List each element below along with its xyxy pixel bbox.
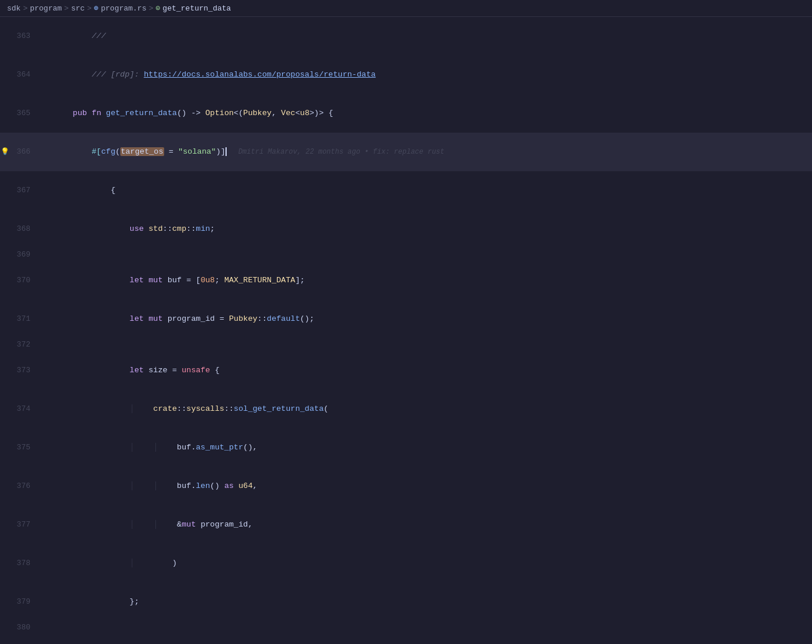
line-content-379: }; (40, 583, 812, 621)
kw-mut-370: mut (148, 276, 162, 285)
text-373-3: { (210, 366, 220, 375)
breadcrumb-sep-3: > (87, 4, 92, 13)
string-solana-366: "solana" (178, 147, 216, 156)
func-sol-374: sol_get_return_data (234, 404, 324, 413)
kw-unsafe-373: unsafe (182, 366, 210, 375)
code-line-370: 370 let mut buf = [0u8; MAX_RETURN_DATA]… (0, 261, 812, 300)
highlight-target-os-366: target_os (120, 147, 164, 156)
kw-mut-377: mut (182, 520, 196, 529)
breadcrumb-sdk[interactable]: sdk (7, 4, 20, 13)
line-content-378: │ ) (40, 544, 812, 583)
text-371-5: (); (300, 314, 314, 323)
code-line-377: 377 │ │ &mut program_id, (0, 505, 812, 544)
code-line-381: 381 if size == 0 { (0, 634, 812, 641)
kw-let-370: let (130, 276, 144, 285)
breadcrumb-program[interactable]: program (30, 4, 62, 13)
func-as-mut-ptr-375: as_mut_ptr (196, 443, 243, 452)
const-max-370: MAX_RETURN_DATA (224, 276, 296, 285)
text-365-7: >)> { (310, 109, 334, 117)
text-368-5: ; (210, 224, 215, 233)
text-370-1 (73, 276, 130, 285)
code-editor[interactable]: 363 /// 364 /// [rdp]: https://docs.sola… (0, 17, 812, 641)
line-content-372 (40, 338, 812, 351)
func-min-368: min (196, 224, 210, 233)
text-365-3: () -> (177, 109, 206, 117)
code-line-369: 369 (0, 248, 812, 261)
text-376-3: buf. (158, 482, 196, 490)
line-content-374: │ crate::syscalls::sol_get_return_data( (40, 390, 812, 428)
kw-use-368: use (130, 224, 144, 233)
text-377-1 (73, 520, 130, 529)
text-365-4: <( (234, 109, 243, 117)
text-370-5: ]; (295, 276, 304, 285)
code-line-379: 379 }; (0, 583, 812, 621)
breadcrumb-func[interactable]: get_return_data (162, 4, 231, 13)
line-number-375: 375 (9, 441, 40, 454)
text-366-3: )] (216, 147, 225, 156)
text-366-2: = (164, 147, 178, 156)
text-370-4: ; (215, 276, 224, 285)
text-374-4: :: (224, 404, 234, 413)
type-u8-365: u8 (300, 109, 310, 117)
line-number-376: 376 (9, 480, 40, 493)
kw-fn-365: fn (92, 109, 101, 117)
breadcrumb-file[interactable]: program.rs (101, 4, 147, 13)
line-number-366: 366 (9, 146, 40, 158)
code-line-371: 371 let mut program_id = Pubkey::default… (0, 300, 812, 338)
line-content-375: │ │ buf.as_mut_ptr(), (40, 428, 812, 467)
link-364[interactable]: https://docs.solanalabs.com/proposals/re… (144, 70, 376, 79)
bulb-icon-366[interactable]: 💡 (1, 146, 9, 158)
text-368-4: :: (186, 224, 196, 233)
vbar-376: │ (130, 482, 134, 490)
type-option-365: Option (205, 109, 234, 117)
breadcrumb-sep-1: > (23, 4, 27, 13)
type-pubkey-371: Pubkey (229, 314, 258, 323)
text-374-3: :: (177, 404, 186, 413)
line-number-368: 368 (9, 223, 40, 236)
vbar-375: │ (130, 443, 134, 452)
line-content-380 (40, 621, 812, 634)
line-content-369 (40, 248, 812, 261)
text-365-6: < (295, 109, 300, 117)
breadcrumb-src[interactable]: src (71, 4, 85, 13)
mod-crate-374: crate (153, 404, 177, 413)
text-374-1 (73, 404, 130, 413)
kw-as-376: as (224, 482, 234, 490)
line-number-371: 371 (9, 313, 40, 326)
text-374-5: ( (324, 404, 328, 413)
num-0u8-370: 0u8 (200, 276, 214, 285)
text-366-1: ( (116, 147, 120, 156)
text-375-4: (), (243, 443, 257, 452)
text-376-2 (134, 482, 153, 490)
func-len-376: len (196, 482, 210, 490)
text-376-4: () (210, 482, 224, 490)
line-content-377: │ │ &mut program_id, (40, 505, 812, 544)
line-number-367: 367 (9, 184, 40, 197)
line-content-367: { (40, 171, 812, 210)
text-377-4: program_id, (196, 520, 252, 529)
text-370-3: buf = [ (163, 276, 201, 285)
text-378-1 (73, 559, 130, 567)
line-content-381: if size == 0 { (40, 634, 812, 641)
line-number-379: 379 (9, 595, 40, 608)
line-number-373: 373 (9, 364, 40, 377)
line-number-372: 372 (9, 338, 40, 351)
text-376-5 (234, 482, 238, 490)
line-number-365: 365 (9, 107, 40, 120)
code-line-365: 365 pub fn get_return_data() -> Option<(… (0, 94, 812, 133)
text-375-3: buf. (158, 443, 196, 452)
line-content-370: let mut buf = [0u8; MAX_RETURN_DATA]; (40, 261, 812, 300)
comment-364: /// [rdp]: (73, 70, 144, 79)
text-371-1 (73, 314, 130, 323)
type-u64-376: u64 (238, 482, 252, 490)
code-line-364: 364 /// [rdp]: https://docs.solanalabs.c… (0, 56, 812, 94)
line-number-377: 377 (9, 518, 40, 531)
text-371-3: program_id = (163, 314, 229, 323)
code-line-367: 367 { (0, 171, 812, 210)
text-374-2 (134, 404, 153, 413)
line-content-366: #[cfg(target_os = "solana")]Dmitri Makar… (40, 133, 812, 171)
line-content-368: use std::cmp::min; (40, 210, 812, 248)
text-365-1 (87, 109, 92, 117)
attr-cfg-366: cfg (101, 147, 115, 156)
mod-std-368: std (148, 224, 162, 233)
